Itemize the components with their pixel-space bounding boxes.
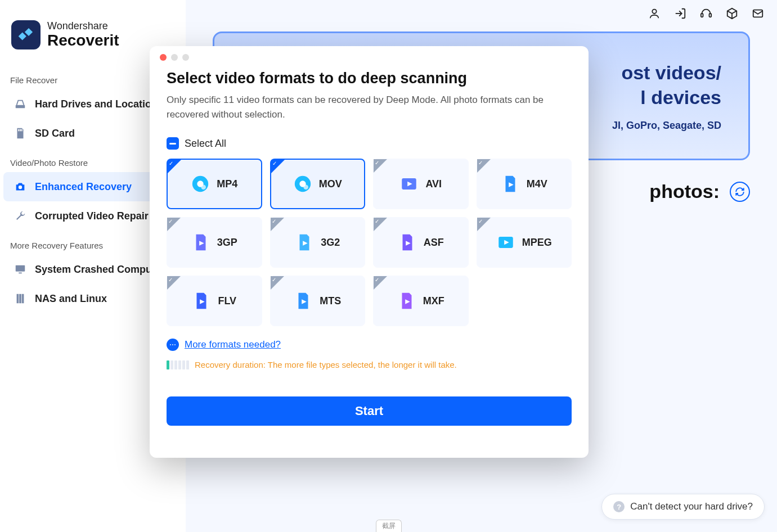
chat-bubble-icon: ⋯	[167, 339, 179, 351]
start-button[interactable]: Start	[167, 396, 572, 426]
format-card-3g2[interactable]: ✓3G2	[270, 217, 366, 268]
svg-rect-14	[709, 13, 712, 17]
drive-icon	[14, 97, 27, 111]
svg-rect-7	[16, 265, 25, 272]
svg-rect-13	[701, 13, 703, 17]
format-card-mxf[interactable]: ✓MXF	[373, 276, 469, 326]
format-file-icon	[397, 291, 416, 310]
modal-title: Select video formats to do deep scanning	[167, 70, 572, 87]
svg-point-21	[303, 184, 308, 190]
support-icon[interactable]	[698, 6, 714, 21]
format-label: MPEG	[522, 237, 552, 249]
format-grid: ✓MP4✓MOV✓AVI✓M4V✓3GP✓3G2✓ASF✓MPEG✓FLV✓MT…	[167, 159, 572, 326]
format-card-mts[interactable]: ✓MTS	[270, 276, 366, 326]
duration-bar-icon	[167, 360, 189, 369]
format-label: 3GP	[217, 237, 237, 249]
format-card-mpeg[interactable]: ✓MPEG	[477, 217, 572, 268]
format-file-icon	[496, 233, 515, 252]
svg-rect-5	[21, 129, 23, 132]
format-label: AVI	[425, 178, 442, 190]
format-file-icon	[191, 233, 210, 252]
svg-rect-3	[18, 129, 19, 132]
account-icon[interactable]	[646, 6, 662, 21]
format-card-flv[interactable]: ✓FLV	[167, 276, 262, 326]
format-card-mp4[interactable]: ✓MP4	[167, 159, 262, 209]
modal-subtitle: Only specific 11 video formats can be re…	[167, 93, 572, 121]
format-label: 3G2	[321, 237, 340, 249]
select-all-label: Select All	[185, 138, 226, 150]
format-card-3gp[interactable]: ✓3GP	[167, 217, 262, 268]
check-icon: ✓	[272, 277, 276, 283]
format-label: ASF	[424, 237, 444, 249]
sidebar-item-label: System Crashed Comput	[35, 264, 155, 276]
check-icon: ✓	[478, 218, 483, 224]
select-all-row[interactable]: Select All	[167, 137, 572, 150]
logo-mark-icon	[11, 20, 41, 49]
check-icon: ✓	[169, 160, 173, 166]
format-file-icon	[398, 233, 417, 252]
photos-label: photos:	[649, 181, 720, 202]
brand-line1: Wondershare	[47, 21, 119, 32]
screenshot-tag: 截屏	[376, 520, 402, 532]
check-icon: ✓	[272, 218, 276, 224]
svg-rect-8	[19, 273, 22, 274]
format-label: MTS	[320, 295, 341, 307]
select-all-checkbox[interactable]	[167, 137, 179, 150]
duration-note: Recovery duration: The more file types s…	[195, 360, 457, 369]
brand-line2: Recoverit	[47, 32, 119, 49]
svg-point-12	[652, 10, 656, 13]
sidebar-item-label: Corrupted Video Repair	[35, 210, 149, 222]
svg-rect-11	[22, 294, 24, 304]
format-file-icon	[192, 291, 211, 310]
format-label: M4V	[527, 178, 547, 190]
server-icon	[14, 292, 27, 305]
more-formats-row: ⋯ More formats needed?	[167, 339, 572, 351]
close-icon[interactable]	[160, 54, 167, 61]
login-icon[interactable]	[672, 6, 688, 21]
sidebar-item-label: NAS and Linux	[35, 293, 107, 305]
svg-rect-0	[19, 32, 26, 40]
format-modal: Select video formats to do deep scanning…	[150, 46, 589, 458]
format-card-avi[interactable]: ✓AVI	[373, 159, 469, 209]
format-file-icon	[294, 291, 313, 310]
camera-icon	[14, 180, 27, 193]
format-file-icon	[501, 174, 520, 193]
check-icon: ✓	[272, 160, 277, 166]
package-icon[interactable]	[724, 6, 740, 21]
minimize-icon[interactable]	[171, 54, 178, 61]
question-icon: ?	[613, 501, 625, 512]
help-pill[interactable]: ? Can't detect your hard drive?	[601, 494, 765, 520]
more-formats-link[interactable]: More formats needed?	[185, 339, 281, 350]
check-icon: ✓	[375, 160, 379, 166]
format-file-icon	[399, 174, 419, 193]
check-icon: ✓	[168, 277, 173, 283]
mail-icon[interactable]	[750, 6, 766, 21]
wrench-icon	[14, 209, 27, 223]
format-label: MP4	[217, 178, 237, 190]
svg-rect-1	[25, 28, 33, 36]
format-label: MXF	[423, 295, 444, 307]
format-file-icon	[295, 233, 314, 252]
format-file-icon	[191, 174, 210, 193]
svg-rect-2	[16, 105, 25, 109]
svg-rect-4	[20, 129, 21, 132]
refresh-icon[interactable]	[730, 182, 750, 202]
format-file-icon	[293, 174, 312, 193]
maximize-icon[interactable]	[182, 54, 189, 61]
svg-point-18	[201, 184, 206, 190]
sdcard-icon	[14, 127, 27, 140]
sidebar-item-label: SD Card	[35, 128, 75, 139]
format-card-m4v[interactable]: ✓M4V	[477, 159, 572, 209]
svg-rect-10	[19, 294, 21, 304]
modal-window-controls	[150, 46, 589, 61]
format-card-mov[interactable]: ✓MOV	[270, 159, 366, 209]
duration-note-row: Recovery duration: The more file types s…	[167, 360, 572, 369]
check-icon: ✓	[168, 218, 173, 224]
svg-point-6	[19, 186, 22, 189]
header-icon-row	[646, 6, 766, 21]
format-card-asf[interactable]: ✓ASF	[373, 217, 469, 268]
check-icon: ✓	[478, 160, 483, 166]
help-pill-label: Can't detect your hard drive?	[630, 501, 753, 512]
svg-rect-9	[17, 294, 19, 304]
check-icon: ✓	[375, 218, 379, 224]
